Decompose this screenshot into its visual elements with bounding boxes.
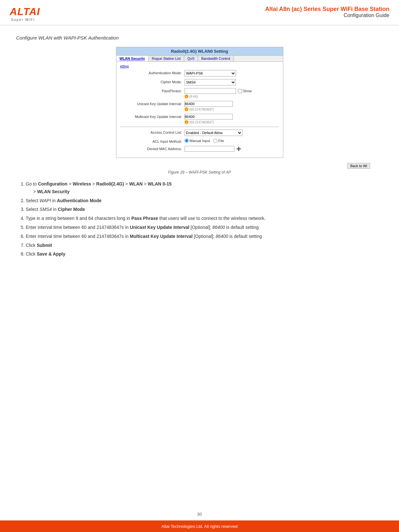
multicast-key-hint-text: (60-2147483647) — [189, 121, 214, 124]
acl-file-label: File — [218, 139, 224, 143]
acl-control-row: Enabled - Default Allow — [185, 130, 279, 136]
acl-input-label: ACL Input Method: — [120, 139, 185, 143]
acl-manual-radio-label: Manual Input — [185, 139, 210, 143]
auth-mode-select[interactable]: WAPI-PSK — [185, 70, 236, 77]
instructions-list: Go to Configuration > Wireless > Radio0(… — [16, 180, 383, 258]
multicast-key-label: Multicast Key Update Interval: — [120, 114, 185, 119]
info-icon-passphrase: i — [185, 95, 188, 98]
acl-file-radio[interactable] — [213, 139, 217, 143]
tab-bandwidth-label: Bandwidth Control — [201, 57, 230, 60]
cipher-mode-select[interactable]: SMS4 — [185, 79, 236, 86]
config-body: etting Authentication Mode: WAPI-PSK Cip… — [116, 62, 283, 158]
info-icon-multicast: i — [185, 120, 188, 124]
denied-mac-row: Denied MAC Address: ➕ — [120, 146, 279, 152]
passphrase-control: Show i (8-64) — [185, 88, 279, 98]
page-footer: Altai Technologies Ltd. All rights reser… — [0, 520, 399, 532]
unicast-key-input[interactable] — [185, 101, 233, 107]
tab-qos-label: QoS — [187, 57, 195, 60]
unicast-key-control: i (60-2147483647) — [185, 101, 279, 111]
auth-mode-control: WAPI-PSK — [185, 70, 279, 77]
back-to-wi-button[interactable]: Back to Wi — [347, 163, 370, 169]
tab-bandwidth[interactable]: Bandwidth Control — [198, 56, 234, 61]
acl-manual-radio[interactable] — [185, 139, 189, 143]
show-label: Show — [243, 89, 252, 93]
unicast-key-label: Unicast Key Update Interval: — [120, 101, 185, 106]
cipher-mode-row: Cipher Mode: SMS4 — [120, 79, 279, 86]
cipher-mode-label: Cipher Mode: — [120, 79, 185, 84]
figure-caption: Figure 29 – WAPI-PSK Setting of AP — [16, 170, 383, 175]
denied-mac-control-row: ➕ — [185, 146, 279, 152]
cipher-mode-control-row: SMS4 — [185, 79, 279, 86]
denied-mac-input[interactable] — [185, 146, 234, 152]
tab-qos[interactable]: QoS — [184, 56, 198, 61]
acl-row: Access Control List: Enabled - Default A… — [120, 130, 279, 136]
instruction-5: Enter interval time between 60 and 21474… — [26, 224, 383, 231]
tab-rogue-station[interactable]: Rogue Station List — [149, 56, 184, 61]
denied-mac-label: Denied MAC Address: — [120, 146, 185, 151]
page-number: 30 — [0, 512, 399, 517]
config-panel-title: Radio0(2.4G) WLAN0 Setting — [116, 47, 283, 56]
acl-control: Enabled - Default Allow — [185, 130, 279, 136]
acl-input-row: ACL Input Method: Manual Input File — [120, 139, 279, 143]
acl-input-radio-group: Manual Input File — [185, 139, 279, 143]
cipher-mode-control: SMS4 — [185, 79, 279, 86]
passphrase-row: PassPhrase: Show i (8-64) — [120, 88, 279, 98]
header-right: Altai A8n (ac) Series Super WiFi Base St… — [265, 6, 389, 18]
add-mac-icon[interactable]: ➕ — [236, 147, 241, 151]
setting-sublabel: etting — [120, 64, 279, 68]
passphrase-control-row: Show — [185, 88, 279, 94]
config-panel: Radio0(2.4G) WLAN0 Setting WLAN Security… — [116, 47, 283, 158]
multicast-key-hint: i (60-2147483647) — [185, 120, 279, 124]
passphrase-label: PassPhrase: — [120, 88, 185, 93]
unicast-key-hint-text: (60-2147483647) — [189, 108, 214, 111]
logo-altai: ALTAI — [10, 6, 40, 18]
show-checkbox[interactable] — [238, 89, 242, 93]
logo-superwifi: Super WiFi — [11, 18, 35, 22]
auth-mode-row: Authentication Mode: WAPI-PSK — [120, 70, 279, 77]
main-content: Configure WLAN with WAPI-PSK Authenticat… — [0, 25, 399, 272]
acl-input-control: Manual Input File — [185, 139, 279, 143]
denied-mac-control: ➕ — [185, 146, 279, 152]
header-subtitle: Configuration Guide — [265, 13, 389, 18]
auth-mode-label: Authentication Mode: — [120, 70, 185, 75]
multicast-key-input[interactable] — [185, 114, 233, 120]
separator — [120, 127, 279, 127]
footer-text: Altai Technologies Ltd. All rights reser… — [161, 524, 238, 529]
info-icon-unicast: i — [185, 107, 188, 111]
passphrase-hint: i (8-64) — [185, 95, 279, 98]
auth-mode-control-row: WAPI-PSK — [185, 70, 279, 77]
instruction-8: Click Save & Apply — [26, 250, 383, 258]
page-header: ALTAI Super WiFi Altai A8n (ac) Series S… — [0, 0, 399, 25]
logo-area: ALTAI Super WiFi — [10, 6, 40, 22]
tab-rogue-station-label: Rogue Station List — [152, 57, 181, 60]
unicast-key-row: Unicast Key Update Interval: i (60-21474… — [120, 101, 279, 111]
instruction-2: Select WAPI in Authentication Mode — [26, 197, 383, 205]
instruction-7: Click Submit — [26, 242, 383, 249]
back-btn-area: Back to Wi — [16, 163, 370, 169]
acl-file-radio-label: File — [213, 139, 224, 143]
logo-text: ALTAI — [10, 6, 40, 18]
instruction-1: Go to Configuration > Wireless > Radio0(… — [26, 180, 383, 196]
acl-label: Access Control List: — [120, 130, 185, 134]
instruction-3: Select SMS4 in Cipher Mode — [26, 206, 383, 213]
instruction-6: Enter interval time between 60 and 21474… — [26, 233, 383, 240]
section-title: Configure WLAN with WAPI-PSK Authenticat… — [16, 35, 383, 41]
unicast-key-hint: i (60-2147483647) — [185, 107, 279, 111]
multicast-key-row: Multicast Key Update Interval: i (60-214… — [120, 114, 279, 124]
acl-select[interactable]: Enabled - Default Allow — [185, 130, 242, 136]
acl-manual-label: Manual Input — [190, 139, 210, 143]
multicast-key-control: i (60-2147483647) — [185, 114, 279, 124]
tab-wlan-security-label: WLAN Security — [120, 57, 145, 60]
header-title: Altai A8n (ac) Series Super WiFi Base St… — [265, 6, 389, 13]
instruction-4: Type in a string between 8 and 64 charac… — [26, 215, 383, 222]
tab-wlan-security[interactable]: WLAN Security — [116, 56, 149, 61]
show-checkbox-label: Show — [238, 89, 252, 93]
config-tabs: WLAN Security Rogue Station List QoS Ban… — [116, 56, 283, 62]
passphrase-hint-text: (8-64) — [189, 95, 198, 98]
passphrase-input[interactable] — [185, 88, 236, 94]
